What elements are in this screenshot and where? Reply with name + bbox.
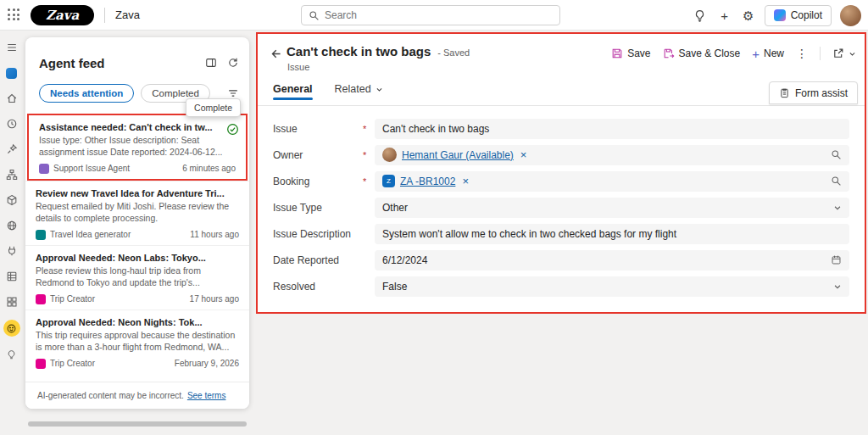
open-in-pane-icon[interactable] [205,57,217,69]
issue-type-select[interactable]: Other [375,198,849,218]
booking-field[interactable]: Z ZA -BR1002 × [375,171,849,192]
insights-icon[interactable] [4,347,19,362]
save-label: Save [627,47,650,59]
app-home-icon[interactable] [4,65,19,81]
calendar-icon[interactable] [831,254,842,265]
feed-header-actions [205,57,239,69]
search-input[interactable] [325,9,553,21]
web-icon[interactable] [4,218,19,233]
agent-feed-icon[interactable] [3,320,20,337]
field-value: 6/12/2024 [382,254,427,266]
field-row-booking: Booking * Z ZA -BR1002 × [273,168,849,194]
user-avatar[interactable] [840,5,861,26]
resolved-select[interactable]: False [375,276,849,297]
feed-item-title: Approval Needed: Neon Labs: Tokyo... [36,253,227,263]
feed-item[interactable]: Assistance needed: Can't check in tw... … [27,114,248,181]
feed-item-time: 17 hours ago [190,294,239,304]
form-tabs: General Related [273,78,383,100]
menu-icon[interactable] [4,40,19,55]
plus-icon[interactable]: + [717,9,732,22]
feed-item-footer: Support Issue Agent 6 minutes ago [39,164,236,174]
owner-link[interactable]: Hemant Gaur (Available) [402,149,514,161]
pinned-icon[interactable] [4,142,19,157]
booking-link[interactable]: ZA -BR1002 [400,176,455,187]
date-reported-field[interactable]: 6/12/2024 [375,250,849,270]
gear-icon[interactable]: ⚙ [741,9,756,22]
field-row-resolved: Resolved False [273,273,849,299]
disclaimer-text: AI-generated content may be incorrect. [37,391,184,400]
refresh-icon[interactable] [227,57,239,69]
feed-item-body: This trip requires approval because the … [36,330,236,354]
chevron-down-icon[interactable] [833,204,842,212]
tab-general[interactable]: General [273,83,313,95]
apps-icon[interactable] [4,294,19,310]
issue-field[interactable]: Can't check in two bags [375,119,849,139]
agent-feed-panel: Agent feed Needs attention Completed Com… [25,37,249,409]
remove-booking-icon[interactable]: × [462,176,469,187]
share-icon [832,47,844,59]
agent-icon [39,164,49,174]
save-and-close-button[interactable]: Save & Close [663,47,741,59]
search-box[interactable] [301,5,560,25]
field-row-issue-type: Issue Type Other [273,194,849,220]
more-commands-icon[interactable]: ⋮ [796,47,808,60]
check-circle-icon[interactable] [226,123,239,136]
app-name[interactable]: Zava [115,8,140,21]
agent-name: Travel Idea generator [50,230,131,239]
remove-owner-icon[interactable]: × [520,149,527,160]
filter-needs-attention[interactable]: Needs attention [39,84,134,103]
new-button[interactable]: + New [752,47,784,60]
field-label: Owner [273,149,363,161]
tab-general-label: General [273,83,313,95]
copilot-button[interactable]: Copilot [765,5,832,26]
tab-related-label: Related [335,83,371,95]
form-assist-button[interactable]: Form assist [769,81,858,104]
see-terms-link[interactable]: See terms [187,391,226,400]
feed-item[interactable]: Approval Needed: Neon Nights: Tok... Thi… [25,310,249,374]
feed-item-footer: Travel Idea generator 11 hours ago [36,230,239,240]
agent-name: Support Issue Agent [53,164,130,173]
hierarchy-icon[interactable] [4,167,19,182]
plus-icon: + [752,47,760,60]
lightbulb-icon[interactable] [693,9,709,22]
app-window: Zava Zava + ⚙ Copilot [0,0,868,435]
field-value: Can't check in two bags [382,123,489,135]
clipboard-icon [779,87,790,98]
required-asterisk: * [363,176,375,187]
feed-disclaimer: AI-generated content may be incorrect. S… [25,382,249,409]
chevron-down-icon [376,86,383,93]
feed-item-time: February 9, 2026 [175,359,239,368]
chevron-down-icon[interactable] [833,282,842,291]
horizontal-scrollbar[interactable] [28,421,247,427]
record-title: Can't check in two bags [287,44,431,59]
field-value: False [382,281,407,293]
field-value: Other [382,202,408,214]
chevron-down-icon [849,50,856,58]
share-button[interactable] [832,47,856,59]
connectors-icon[interactable] [4,243,19,259]
required-asterisk: * [363,150,375,160]
feed-item[interactable]: Approval Needed: Neon Labs: Tokyo... Ple… [25,245,249,310]
app-launcher-icon[interactable] [8,8,20,21]
agent-icon [36,230,46,240]
feed-item-time: 11 hours ago [190,230,239,239]
back-arrow-icon[interactable] [269,47,281,60]
field-label: Booking [273,176,363,187]
search-icon [309,10,320,21]
feed-item[interactable]: Review new Travel Idea for Adventure Tri… [25,181,249,245]
save-button[interactable]: Save [611,47,650,59]
lookup-search-icon[interactable] [831,176,842,187]
tab-related[interactable]: Related [335,83,383,95]
filter-icon[interactable] [227,87,239,99]
tables-icon[interactable] [4,269,19,284]
owner-field[interactable]: Hemant Gaur (Available) × [375,145,849,165]
feed-item-title: Approval Needed: Neon Nights: Tok... [36,317,227,327]
topbar-actions: + ⚙ Copilot [693,0,861,31]
feed-item-body: Request emailed by Miti Joshi. Please re… [36,201,236,225]
issue-description-field[interactable]: System won't allow me to check in two ch… [375,224,849,244]
products-icon[interactable] [4,192,19,208]
recent-icon[interactable] [4,116,19,131]
home-icon[interactable] [4,91,19,106]
top-bar: Zava Zava + ⚙ Copilot [0,0,868,31]
lookup-search-icon[interactable] [831,149,842,160]
